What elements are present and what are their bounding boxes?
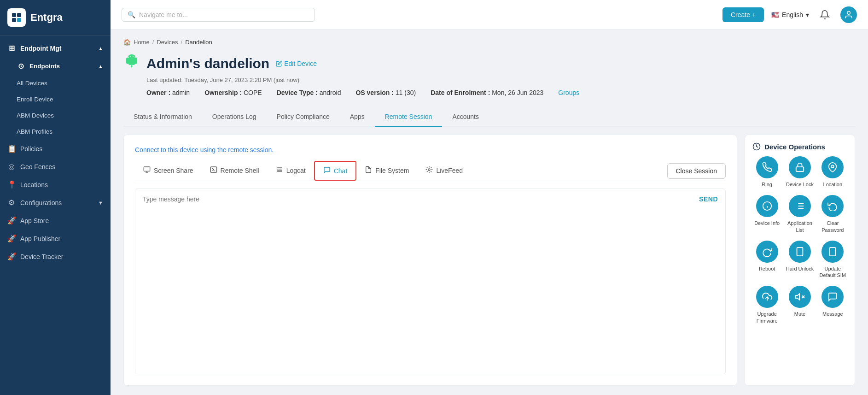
sidebar-item-abm-devices[interactable]: ABM Devices (0, 107, 111, 124)
sidebar-item-endpoint-mgt[interactable]: ⊞ Endpoint Mgt ▲ (0, 39, 111, 57)
configurations-icon: ⚙ (7, 198, 16, 207)
language-selector[interactable]: 🇺🇸 English ▾ (771, 11, 809, 18)
sidebar-item-locations[interactable]: 📍 Locations (0, 176, 111, 194)
sidebar-item-app-store[interactable]: 🚀 App Store (0, 212, 111, 230)
op-location-button[interactable] (821, 156, 844, 178)
op-message-button[interactable] (821, 286, 844, 308)
op-hard-unlock-button[interactable] (789, 241, 811, 263)
file-system-icon (365, 166, 372, 175)
session-tab-logcat[interactable]: Logcat (268, 161, 314, 181)
op-location[interactable]: Location (821, 156, 844, 188)
op-application-list-button[interactable] (789, 195, 811, 217)
op-update-default-sim[interactable]: Update Default SIM (818, 241, 847, 279)
sidebar-item-abm-profiles[interactable]: ABM Profiles (0, 124, 111, 140)
close-session-button[interactable]: Close Session (667, 163, 726, 179)
lang-chevron-icon: ▾ (806, 11, 809, 18)
notification-button[interactable] (816, 6, 833, 23)
endpoint-mgt-label: Endpoint Mgt (20, 45, 61, 52)
tab-policy-compliance[interactable]: Policy Compliance (267, 107, 340, 127)
content-with-ops-sidebar: Connect to this device using the remote … (123, 135, 855, 386)
tab-remote-session[interactable]: Remote Session (375, 107, 443, 127)
op-upgrade-firmware-button[interactable] (756, 286, 778, 308)
locations-label: Locations (20, 181, 48, 189)
file-system-label: File System (375, 167, 409, 174)
op-clear-password-button[interactable] (821, 195, 844, 217)
topbar-right: Create + 🇺🇸 English ▾ (722, 6, 857, 23)
chevron-down-icon: ▼ (98, 200, 103, 206)
op-device-info-button[interactable] (756, 195, 778, 217)
op-device-info[interactable]: Device Info (754, 195, 780, 233)
sidebar-item-configurations[interactable]: ⚙ Configurations ▼ (0, 194, 111, 212)
breadcrumb: 🏠 Home / Devices / Dandelion (123, 39, 855, 46)
op-location-label: Location (823, 181, 843, 188)
device-operations-title: Device Operations (752, 142, 847, 151)
op-device-lock[interactable]: Device Lock (786, 156, 814, 188)
language-label: English (782, 11, 803, 18)
user-avatar-button[interactable] (840, 6, 857, 23)
sidebar-item-app-publisher[interactable]: 🚀 App Publisher (0, 230, 111, 248)
sidebar-item-geo-fences[interactable]: ◎ Geo Fences (0, 158, 111, 176)
session-tab-screen-share[interactable]: Screen Share (135, 161, 202, 181)
sidebar-section-endpoint: ⊞ Endpoint Mgt ▲ ⊙ Endpoints ▲ All Devic… (0, 35, 111, 269)
tab-apps[interactable]: Apps (340, 107, 375, 127)
device-tracker-icon: 🚀 (7, 252, 16, 261)
sidebar-item-enroll-device[interactable]: Enroll Device (0, 91, 111, 107)
sidebar: Entgra ⊞ Endpoint Mgt ▲ ⊙ Endpoints ▲ Al… (0, 0, 111, 395)
tab-status-information[interactable]: Status & Information (123, 107, 202, 127)
sidebar-item-device-tracker[interactable]: 🚀 Device Tracker (0, 248, 111, 265)
breadcrumb-devices[interactable]: Devices (157, 39, 178, 46)
nav-search[interactable]: 🔍 Navigate me to... (122, 8, 315, 22)
endpoints-icon: ⊙ (17, 62, 25, 71)
svg-rect-1 (17, 13, 21, 17)
app-store-icon: 🚀 (7, 216, 16, 225)
sidebar-item-policies[interactable]: 📋 Policies (0, 140, 111, 158)
op-hard-unlock-label: Hard Unlock (786, 265, 814, 272)
op-ring-button[interactable] (756, 156, 778, 178)
session-tabs: Screen Share Remote Shell Logcat (135, 161, 726, 181)
enroll-device-label: Enroll Device (17, 96, 53, 103)
session-tab-livefeed[interactable]: LiveFeed (417, 161, 471, 181)
breadcrumb-current: Dandelion (185, 39, 212, 46)
op-mute-label: Mute (794, 311, 805, 317)
groups-link[interactable]: Groups (558, 89, 579, 96)
session-tab-chat[interactable]: Chat (314, 161, 357, 181)
send-button[interactable]: SEND (699, 195, 718, 203)
device-title-row: Admin's dandelion Edit Device (123, 53, 855, 74)
sidebar-item-endpoints[interactable]: ⊙ Endpoints ▲ (0, 57, 111, 75)
locations-icon: 📍 (7, 180, 16, 189)
op-ring[interactable]: Ring (756, 156, 778, 188)
flag-icon: 🇺🇸 (771, 11, 779, 18)
op-message[interactable]: Message (821, 286, 844, 324)
create-button[interactable]: Create + (722, 7, 764, 22)
op-clear-password[interactable]: Clear Password (818, 195, 847, 233)
svg-rect-0 (12, 13, 16, 17)
op-upgrade-firmware[interactable]: Upgrade Firmware (752, 286, 781, 324)
screen-share-label: Screen Share (154, 167, 193, 174)
page-content: 🏠 Home / Devices / Dandelion Admi (111, 29, 868, 395)
op-update-default-sim-label: Update Default SIM (818, 265, 847, 279)
op-device-lock-label: Device Lock (786, 181, 814, 188)
op-hard-unlock[interactable]: Hard Unlock (786, 241, 814, 279)
tab-accounts[interactable]: Accounts (442, 107, 489, 127)
all-devices-label: All Devices (17, 80, 47, 87)
op-mute-button[interactable] (789, 286, 811, 308)
logcat-icon (276, 166, 283, 175)
chevron-up-icon: ▲ (98, 46, 103, 51)
breadcrumb-home[interactable]: Home (134, 39, 150, 46)
sidebar-logo: Entgra (0, 0, 111, 35)
sidebar-item-all-devices[interactable]: All Devices (0, 75, 111, 91)
op-reboot-button[interactable] (756, 241, 778, 263)
session-tab-remote-shell[interactable]: Remote Shell (202, 161, 268, 181)
session-tab-file-system[interactable]: File System (356, 161, 417, 181)
breadcrumb-sep-1: / (152, 39, 154, 46)
edit-device-link[interactable]: Edit Device (276, 60, 317, 67)
op-application-list[interactable]: Application List (785, 195, 814, 233)
logcat-label: Logcat (286, 167, 306, 174)
chat-input[interactable] (143, 195, 699, 203)
op-update-default-sim-button[interactable] (821, 241, 844, 263)
op-reboot[interactable]: Reboot (756, 241, 778, 279)
op-device-lock-button[interactable] (789, 156, 811, 178)
tab-operations-log[interactable]: Operations Log (202, 107, 267, 127)
op-mute[interactable]: Mute (789, 286, 811, 324)
svg-rect-8 (128, 58, 135, 65)
